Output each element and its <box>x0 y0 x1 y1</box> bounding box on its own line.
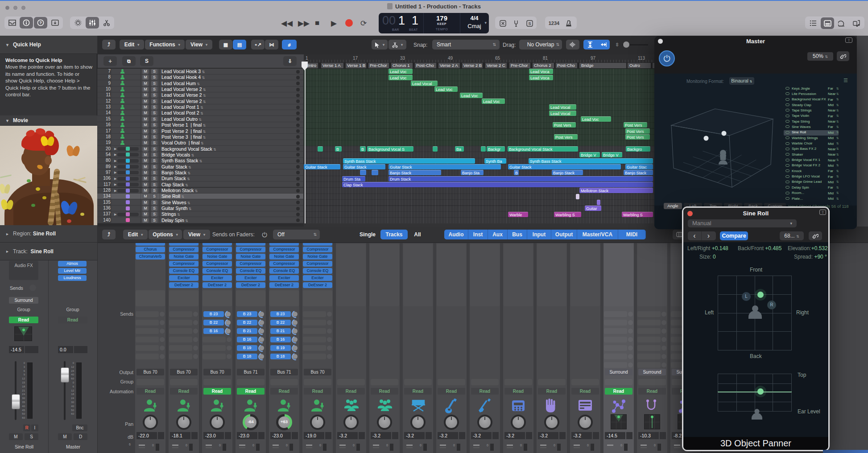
svg-text:?: ? <box>39 21 42 25</box>
svg-text:S: S <box>528 21 531 26</box>
